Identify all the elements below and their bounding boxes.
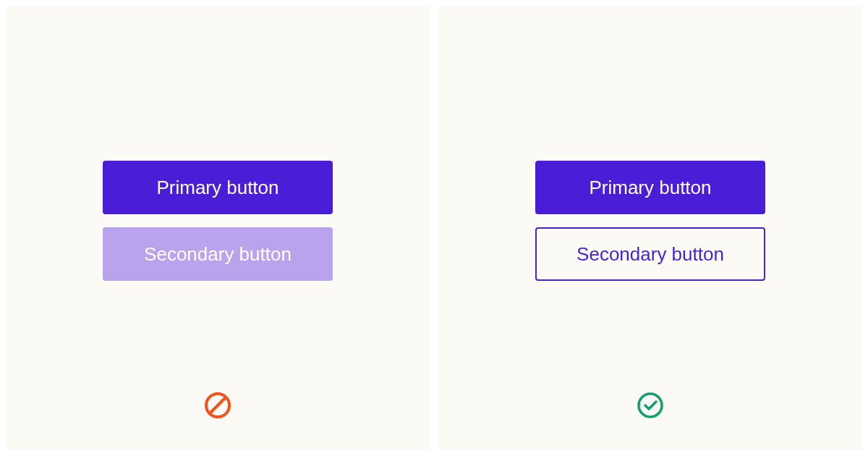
svg-point-2: [639, 394, 662, 417]
dont-button-stack: Primary button Secondary button: [103, 161, 333, 281]
secondary-button[interactable]: Secondary button: [103, 227, 333, 281]
dont-icon: [203, 391, 232, 420]
do-button-stack: Primary button Secondary button: [535, 161, 765, 281]
do-icon: [636, 391, 665, 420]
secondary-button[interactable]: Secondary button: [535, 227, 765, 281]
dont-panel: Primary button Secondary button: [6, 6, 430, 450]
primary-button[interactable]: Primary button: [103, 161, 333, 214]
primary-button[interactable]: Primary button: [535, 161, 765, 214]
do-panel: Primary button Secondary button: [438, 6, 862, 450]
svg-line-1: [210, 397, 226, 413]
